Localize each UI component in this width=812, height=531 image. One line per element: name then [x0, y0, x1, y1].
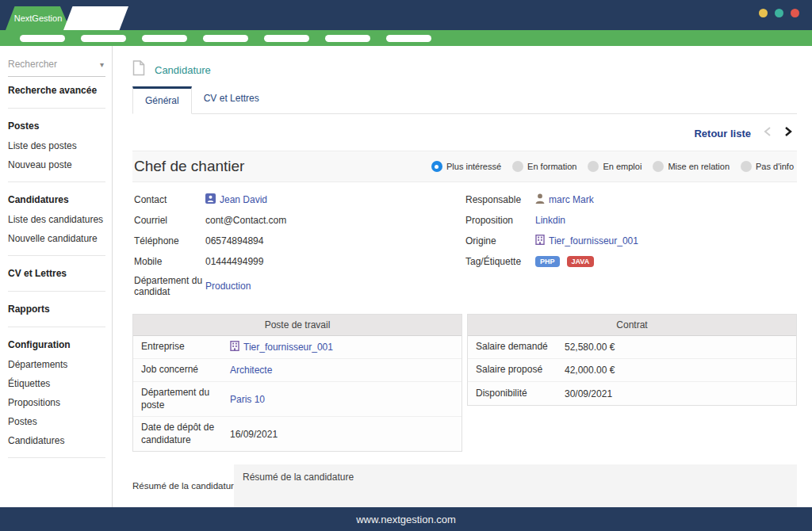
- secondary-tab[interactable]: [63, 6, 128, 30]
- window-control-red[interactable]: [791, 9, 799, 17]
- resume-section: Résumé de la candidature Résumé de la ca…: [132, 464, 797, 507]
- field-tags: Tag/Étiquette PHP JAVA: [465, 254, 797, 268]
- field-origine: Origine Tier_fournisseur_001: [465, 234, 797, 247]
- divider: [8, 108, 105, 109]
- salaire-propose-value: 42,000.00 €: [565, 365, 615, 376]
- departement-poste-link[interactable]: Paris 10: [230, 394, 265, 405]
- mobile-value: 01444494999: [205, 256, 263, 267]
- proposition-link[interactable]: Linkdin: [535, 215, 565, 226]
- status-option-pas-dinfo[interactable]: Pas d'info: [741, 161, 794, 172]
- divider: [8, 181, 105, 182]
- sidebar-item-rapports[interactable]: Rapports: [8, 299, 105, 319]
- sidebar-header-postes[interactable]: Postes: [8, 116, 105, 136]
- nav-menu-pill[interactable]: [386, 35, 431, 42]
- info-tables: Poste de travail Entreprise Tier_fournis…: [132, 314, 797, 452]
- sidebar-item-propositions[interactable]: Propositions: [8, 393, 105, 412]
- radio-selected-icon[interactable]: [431, 161, 442, 172]
- entreprise-link[interactable]: Tier_fournisseur_001: [243, 342, 333, 353]
- table-row: Salaire demandé 52,580.00 €: [468, 336, 796, 359]
- divider: [8, 327, 105, 327]
- contact-link[interactable]: Jean David: [220, 194, 267, 205]
- sidebar-item-recherche-avancee[interactable]: Recherche avancée: [8, 80, 105, 101]
- table-row: Entreprise Tier_fournisseur_001: [133, 336, 462, 359]
- status-option-en-emploi[interactable]: En emploi: [588, 161, 642, 172]
- app-window: NextGestion ▾ Recherche avancée Postes L…: [0, 0, 812, 531]
- table-row: Date de dépôt de candidature 16/09/2021: [133, 417, 462, 451]
- window-control-yellow[interactable]: [759, 9, 768, 17]
- departement-candidat-link[interactable]: Production: [205, 281, 251, 292]
- origine-link[interactable]: Tier_fournisseur_001: [549, 235, 638, 246]
- nav-menu-pill[interactable]: [20, 35, 65, 42]
- sidebar-header-candidatures[interactable]: Candidatures: [8, 189, 105, 210]
- tab-general[interactable]: Général: [132, 86, 192, 114]
- top-bar: NextGestion: [0, 0, 812, 30]
- window-controls: [759, 9, 799, 17]
- candidate-title: Chef de chantier: [134, 158, 244, 175]
- resume-textarea[interactable]: Résumé de la candidature: [234, 464, 797, 507]
- nav-menu-pill[interactable]: [264, 35, 309, 42]
- job-concerne-link[interactable]: Architecte: [230, 365, 272, 376]
- resume-label: Résumé de la candidature: [132, 464, 232, 507]
- tag-badge-php[interactable]: PHP: [535, 256, 560, 267]
- nav-menu-pill[interactable]: [325, 35, 370, 42]
- date-depot-value: 16/09/2021: [230, 429, 278, 440]
- chevron-down-icon[interactable]: ▾: [100, 60, 104, 69]
- field-responsable: Responsable marc Mark: [465, 193, 797, 206]
- table-row: Département du poste Paris 10: [133, 382, 462, 417]
- radio-icon[interactable]: [588, 161, 599, 172]
- radio-icon[interactable]: [653, 161, 664, 172]
- sidebar-item-liste-des-candidatures[interactable]: Liste des candidatures: [8, 210, 105, 229]
- nav-menu-pill[interactable]: [142, 35, 187, 42]
- contact-card-icon: [205, 193, 216, 206]
- field-mobile: Mobile 01444494999: [134, 254, 465, 268]
- brand-tab[interactable]: NextGestion: [6, 6, 71, 30]
- building-icon: [535, 235, 545, 247]
- document-icon: [132, 60, 145, 79]
- sidebar-item-etiquettes[interactable]: Étiquettes: [8, 374, 105, 393]
- sidebar-header-configuration[interactable]: Configuration: [8, 334, 105, 355]
- status-option-en-formation[interactable]: En formation: [512, 161, 576, 172]
- disponibilite-value: 30/09/2021: [565, 388, 612, 399]
- field-telephone: Téléphone 06574894894: [134, 234, 465, 247]
- main-content: Candidature Général CV et Lettres Retour…: [113, 46, 812, 507]
- footer-bar: www.nextgestion.com: [0, 507, 812, 531]
- sidebar-item-candidatures[interactable]: Candidatures: [8, 431, 105, 450]
- sidebar-item-departements[interactable]: Départements: [8, 355, 105, 374]
- status-option-plus-interesse[interactable]: Plus intéressé: [431, 161, 501, 172]
- sidebar-item-nouvelle-candidature[interactable]: Nouvelle candidature: [8, 229, 105, 248]
- search-input[interactable]: [8, 59, 87, 70]
- radio-icon[interactable]: [512, 161, 523, 172]
- next-record-icon[interactable]: [784, 126, 792, 140]
- person-icon: [535, 193, 545, 206]
- footer-url: www.nextgestion.com: [356, 514, 456, 525]
- divider: [8, 255, 105, 256]
- sidebar-item-postes[interactable]: Postes: [8, 412, 105, 431]
- table-contrat: Contrat Salaire demandé 52,580.00 € Sala…: [467, 314, 797, 406]
- list-navigation: Retour liste: [132, 114, 797, 151]
- details-left-column: Contact Jean David Courriel cont@Contact…: [134, 193, 465, 304]
- search-box[interactable]: ▾: [8, 57, 105, 77]
- nav-menu-pill[interactable]: [81, 35, 126, 42]
- sidebar-item-cv-et-lettres[interactable]: CV et Lettres: [8, 263, 105, 284]
- table-row: Salaire proposé 42,000.00 €: [468, 359, 796, 382]
- divider: [8, 457, 105, 458]
- back-to-list-link[interactable]: Retour liste: [694, 128, 751, 139]
- status-option-mise-en-relation[interactable]: Mise en relation: [653, 161, 730, 172]
- responsable-link[interactable]: marc Mark: [549, 194, 594, 205]
- window-control-green[interactable]: [775, 9, 783, 17]
- status-radio-group: Plus intéressé En formation En emploi Mi…: [431, 161, 794, 172]
- table-header: Poste de travail: [133, 315, 462, 336]
- tab-cv-et-lettres[interactable]: CV et Lettres: [192, 86, 271, 114]
- field-courriel: Courriel cont@Contact.com: [134, 213, 465, 227]
- sidebar-item-liste-des-postes[interactable]: Liste des postes: [8, 136, 105, 155]
- building-icon: [230, 341, 239, 353]
- prev-record-icon[interactable]: [764, 126, 772, 140]
- tag-badge-java[interactable]: JAVA: [567, 256, 595, 267]
- brand-name: NextGestion: [14, 13, 63, 23]
- page-title: Candidature: [155, 64, 211, 76]
- radio-icon[interactable]: [741, 161, 752, 172]
- nav-menu-pill[interactable]: [203, 35, 248, 42]
- tab-bar: Général CV et Lettres: [132, 86, 797, 114]
- sidebar-item-nouveau-poste[interactable]: Nouveau poste: [8, 155, 105, 174]
- table-poste-de-travail: Poste de travail Entreprise Tier_fournis…: [132, 314, 462, 452]
